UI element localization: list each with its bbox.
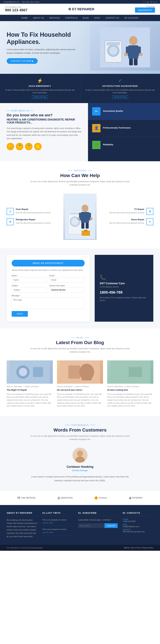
brands-section: M THE METRON. ◎ BRIGHTON 🔶 Pickton. ◈ IN… [0, 491, 160, 505]
blog-date-1: June 25, 2018 admin — Leave a Comment [7, 386, 53, 388]
blog-post-title-2[interactable]: Do not touch bare wires! [57, 388, 103, 392]
stove-title: Stove Repair [109, 218, 144, 221]
brand-interrio: ◈ INTERRIO [129, 496, 142, 500]
phone-number: 900 123 4567 [5, 8, 28, 12]
fridge-text: Refrigerator Repair How this idea denoun… [16, 218, 51, 224]
blog-post-title-1[interactable]: The Right To Repair [7, 388, 53, 392]
twitter-icon[interactable]: t [145, 1, 146, 3]
header: 24/7 Emergency Care 900 123 4567 ⚙ ET RE… [0, 4, 160, 15]
nav-services[interactable]: SERVICES [46, 15, 62, 21]
emergency-phone: 1800-456-789 [100, 290, 148, 294]
hero-cta-button[interactable]: CONTACT US NOW ▶ [7, 58, 38, 64]
privacy-link[interactable]: Privacy Policy [142, 547, 153, 549]
send-button[interactable]: SEND [12, 311, 28, 317]
subscribe-button[interactable]: Subscribe [105, 523, 118, 528]
testimonials-label: TESTIMONIALS [7, 424, 153, 426]
svg-rect-17 [70, 212, 80, 215]
emergency-desc: To take a trivial example, which of us e… [3, 88, 77, 94]
nav-portfolio[interactable]: PORTFOLIO [63, 15, 80, 21]
message-label: Message * [12, 294, 85, 296]
nav-shop[interactable]: SHOP [92, 15, 103, 21]
about-technicians-item: 👤 Professionally Technicians [88, 120, 160, 137]
email-label-footer: EMAIL [123, 524, 139, 526]
blog-image-2 [57, 360, 103, 384]
svg-rect-22 [81, 223, 84, 228]
message-textarea[interactable] [12, 297, 85, 309]
svg-rect-34 [68, 366, 80, 379]
about-reliability-item: 🌿 Reliability [88, 137, 160, 153]
services-right-col: 🖥 TV Repair How this idea denouncing ple… [100, 208, 153, 225]
linkedin-icon[interactable]: in [151, 1, 152, 3]
appointment-button[interactable]: Appointment ▾ [135, 8, 155, 13]
header-phone-section: 24/7 Emergency Care 900 123 4567 [5, 6, 28, 12]
testimonials-label-text: TESTIMONIALS [71, 424, 89, 426]
tweet-2-text: This is an example of a tweet. [42, 528, 73, 531]
oven-repair-item: ⊙ Oven Repair How this idea denouncing p… [7, 208, 60, 215]
pinterest-icon[interactable]: p [153, 1, 154, 3]
youtube-icon[interactable]: y [156, 1, 157, 3]
brand-metron: M THE METRON. [17, 496, 36, 500]
blog-post-title-3[interactable]: 10 best cooling fans [107, 388, 153, 392]
satisfaction-more-link[interactable]: MORE INFO ▶ [112, 96, 128, 99]
dmca-link[interactable]: DMCA [124, 547, 129, 549]
service-select[interactable]: General Service [49, 287, 85, 292]
name-input[interactable] [12, 277, 47, 282]
services-grid: ⊙ Oven Repair How this idea denouncing p… [7, 193, 153, 240]
blog-card-2: June 25, 2018 admin — Leave a Comment Do… [57, 360, 103, 408]
metron-icon: M [17, 496, 20, 500]
blog-label-text: BLOG [77, 337, 83, 338]
nav-home[interactable]: HOME [19, 15, 30, 21]
facebook-icon[interactable]: f [143, 1, 144, 3]
feature-satisfaction: ✓ SATISFACTION GUARANTEED To take a triv… [80, 74, 160, 103]
care-description: We provide 24 hrs emergency service. Con… [100, 296, 148, 302]
stove-desc: How this idea denouncing pleasure prorin… [109, 222, 144, 224]
svg-rect-12 [139, 53, 142, 56]
about-label: STORY ABOUT US [7, 110, 81, 112]
nav-about[interactable]: ABOUT US [30, 15, 46, 21]
technicians-text: Professionally Technicians [103, 126, 131, 130]
interrio-label: INTERRIO [132, 496, 142, 499]
nav-account[interactable]: MY ACCOUNT [122, 15, 141, 21]
hero-section: How To Fix Household Appliances. Lorem i… [0, 21, 160, 74]
satisfaction-icon: ✓ [84, 78, 157, 84]
email-group: Email * [49, 274, 85, 282]
make-appointment-button[interactable]: Make an Appointment [12, 260, 85, 266]
oven-desc: How this idea denouncing pleasure prorin… [16, 211, 51, 214]
blog-description: At vero eos et odio dignissimos ducimus … [30, 347, 130, 354]
blog-card-1: June 25, 2018 admin — Leave a Comment Th… [7, 360, 53, 408]
testimonial-avatar [72, 448, 88, 463]
request-label: Request an [135, 6, 155, 8]
terms-link[interactable]: Term of Use [130, 547, 140, 549]
tv-desc: How this idea denouncing pleasure prorin… [109, 211, 144, 214]
tv-title: TV Repair [109, 208, 144, 210]
about-quality-item: ✂ Guaranteed Quality [88, 103, 160, 120]
about-label-text: STORY ABOUT US [11, 110, 29, 112]
emergency-more-link[interactable]: MORE INFO ▶ [32, 96, 48, 99]
emergency-label: 24/7 Emergency Care [5, 6, 28, 8]
nav-blog[interactable]: BLOG [80, 15, 92, 21]
hours-display: Mon-Sat: 9am to 6pm [22, 1, 40, 3]
footer-about-title: ABOUT ET REPAIRER [7, 512, 37, 516]
about-subtitle: HEATING & AIR CONDITIONING DIAGNOSTIC RE… [7, 118, 81, 124]
fridge-title: Refrigerator Repair [16, 218, 51, 221]
message-group: Message * [12, 294, 85, 309]
technicians-icon-box: 👤 [92, 124, 101, 132]
footer-col-tweets: 01.LAST TWITS This is an example of a tw… [42, 512, 73, 538]
email-input[interactable] [49, 277, 85, 282]
main-nav: HOME ABOUT US SERVICES PORTFOLIO BLOG SH… [0, 15, 160, 21]
svg-rect-26 [82, 231, 90, 236]
emergency-title: 24/24 EMERGENCY [3, 85, 77, 87]
googleplus-icon[interactable]: g+ [147, 1, 149, 3]
logo-icon: ⚙ [68, 7, 71, 11]
subject-input[interactable] [12, 287, 47, 292]
subscribe-input[interactable] [78, 523, 105, 528]
blog-image-3 [107, 360, 153, 384]
tweet-1-text: This is an example of a tweet. [42, 518, 73, 522]
footer-bottom: Free Wordpress Themes by Empiretemplate … [0, 545, 160, 551]
nav-contact[interactable]: CONTACT US [103, 15, 122, 21]
brand-pickton: 🔶 Pickton. [94, 496, 108, 500]
about-section: STORY ABOUT US Do you know who we are? H… [0, 103, 160, 161]
footer-tweets-title: 01.LAST TWITS [42, 512, 73, 516]
stove-icon: ✦ [146, 218, 153, 225]
blog-excerpt-1: This is an example of a WordPress post, … [7, 393, 53, 408]
